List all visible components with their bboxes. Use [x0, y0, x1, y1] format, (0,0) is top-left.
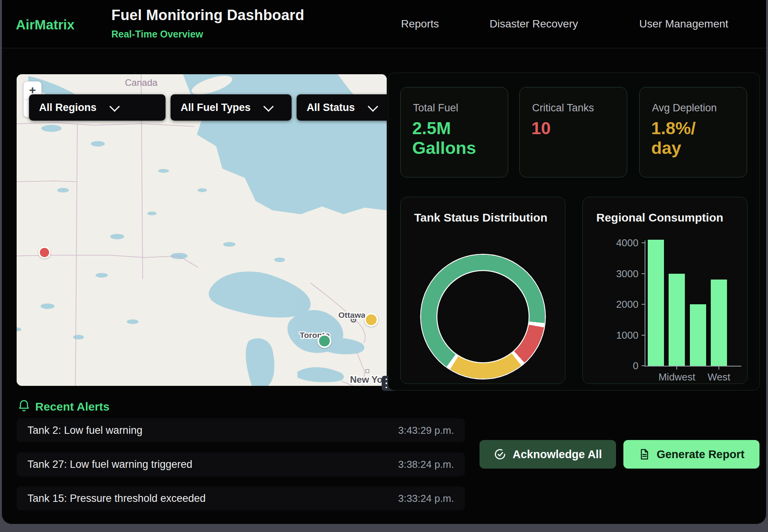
alert-timestamp: 3:43:29 p.m. [398, 425, 454, 437]
chevron-down-icon [263, 101, 274, 112]
bell-icon [17, 399, 31, 413]
stat-label: Total Fuel [413, 102, 458, 114]
x-axis-label: West [692, 371, 746, 383]
y-axis-label: 2000 [600, 298, 638, 310]
bar-region-2 [690, 304, 706, 366]
fuel-type-filter-dropdown[interactable]: All Fuel Types [171, 94, 292, 121]
stat-value: 2.5MGallons [412, 118, 476, 158]
bar-region-3 [711, 280, 727, 366]
generate-report-button[interactable]: Generate Report [623, 440, 759, 469]
y-axis-label: 0 [600, 360, 638, 372]
stat-card-critical-tanks: Critical Tanks 10 [519, 87, 627, 177]
map-filter-bar: All Regions All Fuel Types All Status [29, 94, 387, 121]
y-axis-label: 4000 [600, 237, 638, 249]
recent-alerts-title: Recent Alerts [35, 400, 109, 413]
alert-row[interactable]: Tank 27: Low fuel warning triggered 3:38… [17, 452, 465, 476]
stat-label: Avg Depletion [652, 102, 717, 114]
map-marker-critical[interactable] [38, 246, 51, 259]
acknowledge-all-button[interactable]: Acknowledge All [480, 440, 616, 469]
y-axis-tick [642, 273, 645, 274]
map-label-ottawa: Ottawa [338, 310, 365, 319]
chevron-down-icon [367, 101, 378, 112]
y-axis-tick [642, 365, 645, 366]
map-lake-michigan [246, 338, 274, 386]
region-filter-dropdown[interactable]: All Regions [29, 94, 166, 121]
page-subtitle: Real-Time Overview [111, 29, 203, 40]
regional-consumption-card: Regional Consumption 01000200030004000Mi… [582, 197, 748, 384]
bar-region-0 [648, 240, 664, 366]
x-axis [645, 366, 741, 367]
status-filter-value: All Status [307, 102, 355, 114]
tank-status-distribution-card: Tank Status Distribution [400, 197, 565, 384]
app-logo: AirMatrix [16, 17, 75, 32]
alert-row[interactable]: Tank 2: Low fuel warning 3:43:29 p.m. [17, 418, 465, 442]
dashboard-app: AirMatrix Fuel Monitoring Dashboard Real… [2, 0, 766, 524]
alert-row[interactable]: Tank 15: Pressure threshold exceeded 3:3… [17, 486, 465, 510]
y-axis-tick [642, 242, 645, 243]
nav-disaster-recovery[interactable]: Disaster Recovery [490, 18, 578, 30]
map-label-newyork: New York [350, 374, 387, 385]
alert-text: Tank 2: Low fuel warning [27, 425, 142, 437]
map-panel[interactable]: Canada Ottawa Toronto New York + − All R… [17, 74, 387, 386]
x-axis-tick [719, 367, 719, 370]
nav-reports[interactable]: Reports [401, 18, 439, 30]
map-marker-warning[interactable] [364, 313, 378, 327]
y-axis-label: 1000 [600, 329, 638, 341]
map-marker-normal[interactable] [317, 334, 331, 348]
fuel-type-filter-value: All Fuel Types [181, 102, 251, 114]
stat-value: 10 [531, 118, 551, 138]
alert-timestamp: 3:33:24 p.m. [398, 493, 454, 505]
alert-timestamp: 3:38:24 p.m. [398, 459, 454, 471]
newyork-city-dot-icon [366, 370, 369, 373]
regional-consumption-bar-chart: 01000200030004000MidwestWest [583, 197, 747, 384]
stat-card-avg-depletion: Avg Depletion 1.8%/day [639, 87, 747, 177]
y-axis-label: 3000 [600, 268, 638, 280]
chevron-down-icon [109, 101, 119, 112]
header: AirMatrix Fuel Monitoring Dashboard Real… [2, 0, 766, 48]
alert-text: Tank 15: Pressure threshold exceeded [27, 493, 206, 505]
stat-label: Critical Tanks [532, 102, 594, 114]
page-title: Fuel Monitoring Dashboard [111, 7, 304, 24]
bar-region-1 [669, 274, 685, 366]
check-circle-icon [494, 448, 506, 460]
region-filter-value: All Regions [39, 102, 97, 114]
alert-text: Tank 27: Low fuel warning triggered [27, 459, 192, 471]
nav-user-management[interactable]: User Management [639, 18, 728, 30]
stat-value: 1.8%/day [651, 118, 696, 158]
status-filter-dropdown[interactable]: All Status [297, 94, 387, 121]
x-axis-tick [676, 367, 677, 370]
stat-card-total-fuel: Total Fuel 2.5MGallons [400, 87, 508, 177]
chart-title: Tank Status Distribution [414, 211, 547, 224]
y-axis [645, 240, 645, 367]
y-axis-tick [642, 304, 645, 305]
document-icon [638, 448, 650, 460]
tank-status-donut-chart [421, 255, 545, 379]
map-label-country: Canada [125, 77, 158, 88]
y-axis-tick [642, 335, 645, 336]
